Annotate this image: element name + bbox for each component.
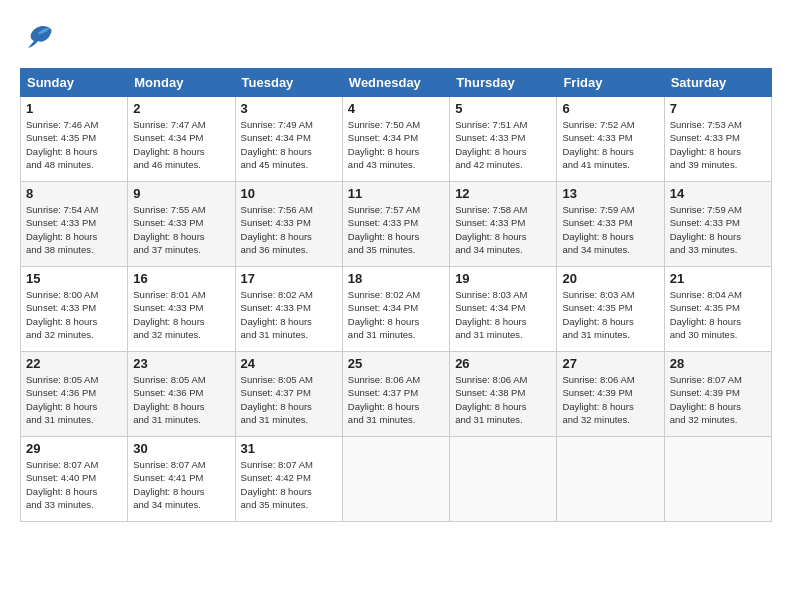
calendar-cell: 11Sunrise: 7:57 AM Sunset: 4:33 PM Dayli… — [342, 182, 449, 267]
day-info: Sunrise: 8:03 AM Sunset: 4:35 PM Dayligh… — [562, 288, 658, 341]
day-info: Sunrise: 8:07 AM Sunset: 4:42 PM Dayligh… — [241, 458, 337, 511]
weekday-header-friday: Friday — [557, 69, 664, 97]
day-info: Sunrise: 7:59 AM Sunset: 4:33 PM Dayligh… — [670, 203, 766, 256]
day-info: Sunrise: 7:46 AM Sunset: 4:35 PM Dayligh… — [26, 118, 122, 171]
day-number: 23 — [133, 356, 229, 371]
calendar-cell — [664, 437, 771, 522]
day-info: Sunrise: 7:58 AM Sunset: 4:33 PM Dayligh… — [455, 203, 551, 256]
weekday-header-wednesday: Wednesday — [342, 69, 449, 97]
calendar-cell: 31Sunrise: 8:07 AM Sunset: 4:42 PM Dayli… — [235, 437, 342, 522]
calendar-cell: 29Sunrise: 8:07 AM Sunset: 4:40 PM Dayli… — [21, 437, 128, 522]
day-number: 18 — [348, 271, 444, 286]
day-info: Sunrise: 7:50 AM Sunset: 4:34 PM Dayligh… — [348, 118, 444, 171]
day-number: 2 — [133, 101, 229, 116]
calendar-cell: 17Sunrise: 8:02 AM Sunset: 4:33 PM Dayli… — [235, 267, 342, 352]
calendar-cell: 30Sunrise: 8:07 AM Sunset: 4:41 PM Dayli… — [128, 437, 235, 522]
calendar-cell — [450, 437, 557, 522]
day-number: 29 — [26, 441, 122, 456]
calendar-table: SundayMondayTuesdayWednesdayThursdayFrid… — [20, 68, 772, 522]
day-info: Sunrise: 7:54 AM Sunset: 4:33 PM Dayligh… — [26, 203, 122, 256]
day-number: 10 — [241, 186, 337, 201]
weekday-header-saturday: Saturday — [664, 69, 771, 97]
day-number: 3 — [241, 101, 337, 116]
day-number: 21 — [670, 271, 766, 286]
day-number: 11 — [348, 186, 444, 201]
calendar-cell: 18Sunrise: 8:02 AM Sunset: 4:34 PM Dayli… — [342, 267, 449, 352]
day-number: 13 — [562, 186, 658, 201]
day-info: Sunrise: 8:02 AM Sunset: 4:33 PM Dayligh… — [241, 288, 337, 341]
day-info: Sunrise: 7:55 AM Sunset: 4:33 PM Dayligh… — [133, 203, 229, 256]
day-info: Sunrise: 7:57 AM Sunset: 4:33 PM Dayligh… — [348, 203, 444, 256]
calendar-cell: 13Sunrise: 7:59 AM Sunset: 4:33 PM Dayli… — [557, 182, 664, 267]
day-info: Sunrise: 8:06 AM Sunset: 4:38 PM Dayligh… — [455, 373, 551, 426]
logo-bird-icon — [22, 20, 54, 58]
day-info: Sunrise: 7:49 AM Sunset: 4:34 PM Dayligh… — [241, 118, 337, 171]
calendar-cell: 20Sunrise: 8:03 AM Sunset: 4:35 PM Dayli… — [557, 267, 664, 352]
day-number: 1 — [26, 101, 122, 116]
day-info: Sunrise: 7:59 AM Sunset: 4:33 PM Dayligh… — [562, 203, 658, 256]
calendar-cell: 12Sunrise: 7:58 AM Sunset: 4:33 PM Dayli… — [450, 182, 557, 267]
day-info: Sunrise: 8:05 AM Sunset: 4:37 PM Dayligh… — [241, 373, 337, 426]
weekday-header-monday: Monday — [128, 69, 235, 97]
day-info: Sunrise: 7:51 AM Sunset: 4:33 PM Dayligh… — [455, 118, 551, 171]
day-number: 19 — [455, 271, 551, 286]
day-number: 15 — [26, 271, 122, 286]
calendar-cell — [557, 437, 664, 522]
calendar-cell: 3Sunrise: 7:49 AM Sunset: 4:34 PM Daylig… — [235, 97, 342, 182]
calendar-cell: 5Sunrise: 7:51 AM Sunset: 4:33 PM Daylig… — [450, 97, 557, 182]
calendar-cell: 23Sunrise: 8:05 AM Sunset: 4:36 PM Dayli… — [128, 352, 235, 437]
calendar-cell: 10Sunrise: 7:56 AM Sunset: 4:33 PM Dayli… — [235, 182, 342, 267]
day-number: 5 — [455, 101, 551, 116]
day-number: 14 — [670, 186, 766, 201]
day-number: 22 — [26, 356, 122, 371]
day-number: 17 — [241, 271, 337, 286]
calendar-cell: 25Sunrise: 8:06 AM Sunset: 4:37 PM Dayli… — [342, 352, 449, 437]
calendar-cell: 14Sunrise: 7:59 AM Sunset: 4:33 PM Dayli… — [664, 182, 771, 267]
day-number: 25 — [348, 356, 444, 371]
calendar-cell: 27Sunrise: 8:06 AM Sunset: 4:39 PM Dayli… — [557, 352, 664, 437]
calendar-cell: 1Sunrise: 7:46 AM Sunset: 4:35 PM Daylig… — [21, 97, 128, 182]
day-number: 12 — [455, 186, 551, 201]
calendar-cell — [342, 437, 449, 522]
day-info: Sunrise: 8:01 AM Sunset: 4:33 PM Dayligh… — [133, 288, 229, 341]
logo — [20, 20, 54, 58]
day-number: 28 — [670, 356, 766, 371]
day-info: Sunrise: 8:07 AM Sunset: 4:41 PM Dayligh… — [133, 458, 229, 511]
day-info: Sunrise: 8:00 AM Sunset: 4:33 PM Dayligh… — [26, 288, 122, 341]
day-info: Sunrise: 8:07 AM Sunset: 4:39 PM Dayligh… — [670, 373, 766, 426]
day-number: 20 — [562, 271, 658, 286]
calendar-cell: 6Sunrise: 7:52 AM Sunset: 4:33 PM Daylig… — [557, 97, 664, 182]
day-number: 26 — [455, 356, 551, 371]
calendar-cell: 15Sunrise: 8:00 AM Sunset: 4:33 PM Dayli… — [21, 267, 128, 352]
day-number: 30 — [133, 441, 229, 456]
day-info: Sunrise: 8:05 AM Sunset: 4:36 PM Dayligh… — [26, 373, 122, 426]
calendar-cell: 7Sunrise: 7:53 AM Sunset: 4:33 PM Daylig… — [664, 97, 771, 182]
calendar-cell: 22Sunrise: 8:05 AM Sunset: 4:36 PM Dayli… — [21, 352, 128, 437]
day-info: Sunrise: 8:06 AM Sunset: 4:37 PM Dayligh… — [348, 373, 444, 426]
weekday-header-sunday: Sunday — [21, 69, 128, 97]
day-number: 24 — [241, 356, 337, 371]
day-info: Sunrise: 8:02 AM Sunset: 4:34 PM Dayligh… — [348, 288, 444, 341]
calendar-cell: 4Sunrise: 7:50 AM Sunset: 4:34 PM Daylig… — [342, 97, 449, 182]
day-info: Sunrise: 8:07 AM Sunset: 4:40 PM Dayligh… — [26, 458, 122, 511]
calendar-cell: 16Sunrise: 8:01 AM Sunset: 4:33 PM Dayli… — [128, 267, 235, 352]
calendar-cell: 9Sunrise: 7:55 AM Sunset: 4:33 PM Daylig… — [128, 182, 235, 267]
day-info: Sunrise: 7:56 AM Sunset: 4:33 PM Dayligh… — [241, 203, 337, 256]
weekday-header-thursday: Thursday — [450, 69, 557, 97]
calendar-cell: 19Sunrise: 8:03 AM Sunset: 4:34 PM Dayli… — [450, 267, 557, 352]
day-number: 9 — [133, 186, 229, 201]
day-number: 4 — [348, 101, 444, 116]
weekday-header-tuesday: Tuesday — [235, 69, 342, 97]
day-number: 6 — [562, 101, 658, 116]
day-info: Sunrise: 8:05 AM Sunset: 4:36 PM Dayligh… — [133, 373, 229, 426]
day-number: 27 — [562, 356, 658, 371]
day-number: 7 — [670, 101, 766, 116]
day-info: Sunrise: 7:47 AM Sunset: 4:34 PM Dayligh… — [133, 118, 229, 171]
day-number: 16 — [133, 271, 229, 286]
day-number: 8 — [26, 186, 122, 201]
day-info: Sunrise: 8:06 AM Sunset: 4:39 PM Dayligh… — [562, 373, 658, 426]
day-info: Sunrise: 8:03 AM Sunset: 4:34 PM Dayligh… — [455, 288, 551, 341]
day-info: Sunrise: 7:52 AM Sunset: 4:33 PM Dayligh… — [562, 118, 658, 171]
calendar-cell: 24Sunrise: 8:05 AM Sunset: 4:37 PM Dayli… — [235, 352, 342, 437]
day-number: 31 — [241, 441, 337, 456]
